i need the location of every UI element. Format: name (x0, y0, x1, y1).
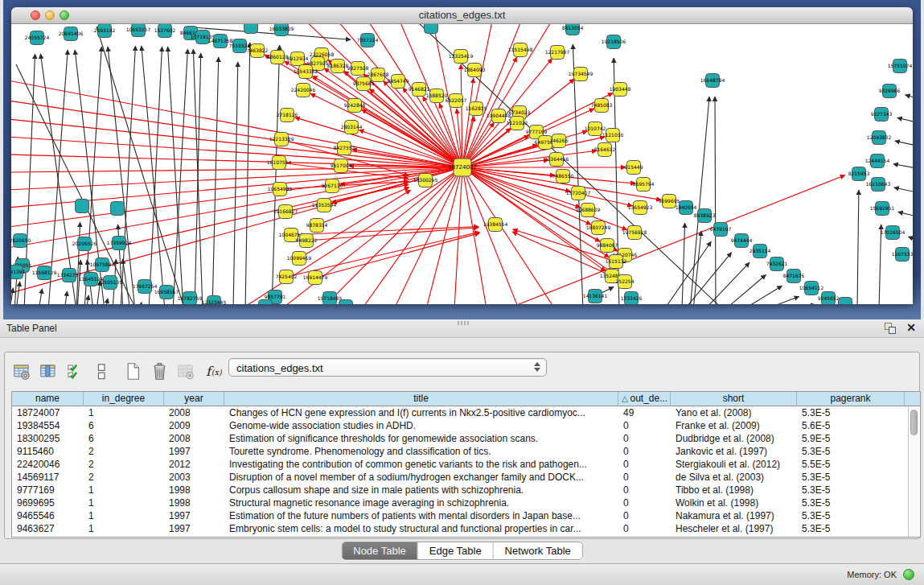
table-row[interactable]: 1830029562008Estimation of significance … (12, 432, 920, 445)
network-window-titlebar[interactable]: citations_edges.txt (11, 7, 913, 24)
graph-node[interactable]: 9878314 (306, 219, 328, 233)
graph-node[interactable]: 16958167 (154, 286, 179, 299)
graph-node[interactable]: 16033809 (269, 24, 294, 36)
graph-node[interactable]: 8164612 (594, 143, 616, 157)
graph-node[interactable]: 7425402 (276, 270, 298, 284)
scrollbar-thumb[interactable] (910, 410, 918, 435)
table-cell[interactable]: 2008 (164, 432, 224, 445)
graph-node[interactable]: 9267130 (322, 179, 343, 193)
splitter-grip[interactable] (458, 321, 469, 325)
table-cell[interactable]: 9777169 (12, 484, 84, 496)
table-cell[interactable]: 1997 (164, 509, 224, 522)
table-row[interactable]: 2242004622012Investigating the contribut… (12, 458, 920, 471)
graph-node[interactable]: 10654112 (799, 282, 824, 295)
graph-node[interactable]: 7857224 (357, 34, 379, 47)
graph-node[interactable]: 11568129 (32, 266, 57, 280)
table-cell[interactable]: 5.3E-5 (797, 445, 905, 458)
graph-node[interactable]: 1527602 (154, 24, 176, 38)
graph-node[interactable]: 19734549 (569, 68, 593, 81)
table-cell[interactable]: 0 (618, 496, 671, 509)
graph-node[interactable]: 1733426 (621, 292, 643, 305)
table-cell[interactable]: Tibbo et al. (1998) (671, 484, 797, 496)
table-row[interactable]: 977716911998Corpus callosum shape and si… (12, 484, 920, 496)
float-panel-icon[interactable] (885, 323, 897, 335)
graph-node[interactable]: 12444154 (865, 154, 890, 168)
tab-node-table[interactable]: Node Table (342, 542, 418, 559)
graph-node[interactable]: 12093832 (867, 131, 892, 145)
graph-node[interactable] (259, 300, 273, 305)
graph-node[interactable]: 2718126 (277, 109, 298, 122)
table-row[interactable]: 1938455462009Genome-wide association stu… (12, 419, 920, 432)
graph-node[interactable]: 8454749 (388, 75, 409, 89)
table-cell[interactable]: 9115460 (12, 445, 84, 458)
table-cell[interactable]: Tourette syndrome. Phenomenology and cla… (224, 445, 618, 458)
table-cell[interactable]: Disruption of a novel member of a sodium… (224, 471, 618, 484)
table-settings-button[interactable] (11, 360, 32, 382)
column-header-out_de[interactable]: △ out_de... (618, 392, 671, 406)
table-cell[interactable]: 9699695 (12, 496, 84, 509)
table-cell[interactable]: Yano et al. (2008) (671, 406, 797, 419)
graph-node[interactable]: 16782759 (178, 292, 203, 305)
network-graph-canvas[interactable]: 2405572420691406269314210653257152760284… (11, 24, 913, 304)
graph-node[interactable] (76, 200, 89, 213)
table-cell[interactable]: 0 (618, 458, 671, 471)
graph-node[interactable]: 252254 (616, 275, 634, 289)
graph-node[interactable]: 2620650 (11, 234, 31, 248)
table-cell[interactable]: 1998 (164, 484, 224, 496)
function-builder-button[interactable]: f(x) (202, 360, 223, 382)
column-header-name[interactable]: name (12, 392, 84, 406)
table-cell[interactable]: 6 (84, 432, 164, 445)
graph-node[interactable]: 20691406 (59, 27, 84, 41)
table-row[interactable]: 1456911722003Disruption of a novel membe… (12, 471, 920, 484)
table-row[interactable]: 969969511998Structural magnetic resonanc… (12, 496, 920, 509)
table-cell[interactable]: 0 (618, 509, 671, 522)
graph-node[interactable]: 9474444 (731, 234, 753, 248)
graph-node[interactable]: 8938923 (694, 209, 716, 223)
table-cell[interactable]: Estimation of the future numbers of pati… (224, 509, 618, 522)
table-cell[interactable]: Estimation of significance thresholds fo… (224, 432, 618, 445)
graph-node[interactable] (839, 298, 852, 305)
table-cell[interactable]: 0 (618, 419, 671, 432)
graph-node[interactable]: 7486550 (552, 170, 574, 183)
table-cell[interactable]: 2008 (164, 406, 224, 419)
table-cell[interactable]: 0 (618, 522, 671, 535)
table-cell[interactable]: Jankovic et al. (1997) (671, 445, 797, 458)
table-cell[interactable]: 1 (84, 509, 164, 522)
graph-node[interactable] (111, 202, 125, 216)
table-cell[interactable]: 5.3E-5 (797, 484, 905, 496)
table-cell[interactable]: de Silva et al. (2003) (671, 471, 797, 484)
vertical-scrollbar[interactable] (908, 407, 919, 537)
graph-node[interactable]: 8215953 (848, 167, 870, 181)
graph-node[interactable]: 11353594 (312, 199, 337, 212)
column-header-title[interactable]: title (224, 392, 618, 406)
table-cell[interactable]: 14569117 (12, 471, 84, 484)
table-cell[interactable]: 2012 (164, 458, 224, 471)
table-cell[interactable]: 2 (84, 445, 164, 458)
column-header-in_degree[interactable]: in_degree (84, 392, 164, 406)
table-cell[interactable]: 5.9E-5 (797, 432, 905, 445)
graph-node[interactable] (244, 24, 258, 34)
graph-node[interactable]: 12325419 (449, 50, 474, 64)
table-cell[interactable]: 5.3E-5 (797, 471, 905, 484)
table-cell[interactable]: 1 (84, 406, 164, 419)
table-cell[interactable]: 5.3E-5 (797, 406, 905, 419)
table-cell[interactable]: 0 (618, 484, 671, 496)
graph-node[interactable]: 9517004 (331, 159, 352, 173)
graph-node[interactable]: 1903448 (610, 83, 631, 97)
close-panel-icon[interactable]: ✕ (906, 321, 916, 334)
graph-node[interactable]: 7932621 (766, 257, 788, 271)
graph-node[interactable]: 746266 (550, 134, 569, 148)
graph-node[interactable]: 12217987 (545, 46, 570, 60)
graph-node[interactable]: 15718485 (318, 292, 343, 305)
graph-node[interactable]: 16210643 (866, 178, 891, 192)
graph-node[interactable]: 16914479 (303, 271, 328, 285)
graph-node[interactable]: 9827508 (347, 62, 369, 76)
table-cell[interactable]: Changes of HCN gene expression and I(f) … (224, 406, 618, 419)
column-header-pagerank[interactable]: pagerank (797, 392, 905, 406)
table-cell[interactable]: 5.6E-5 (797, 419, 905, 432)
table-cell[interactable]: Structural magnetic resonance image aver… (224, 496, 618, 509)
row-mode-button[interactable] (91, 360, 112, 382)
graph-node[interactable]: 17016504 (881, 226, 906, 240)
graph-node[interactable] (339, 300, 353, 305)
create-table-button[interactable] (122, 360, 143, 382)
